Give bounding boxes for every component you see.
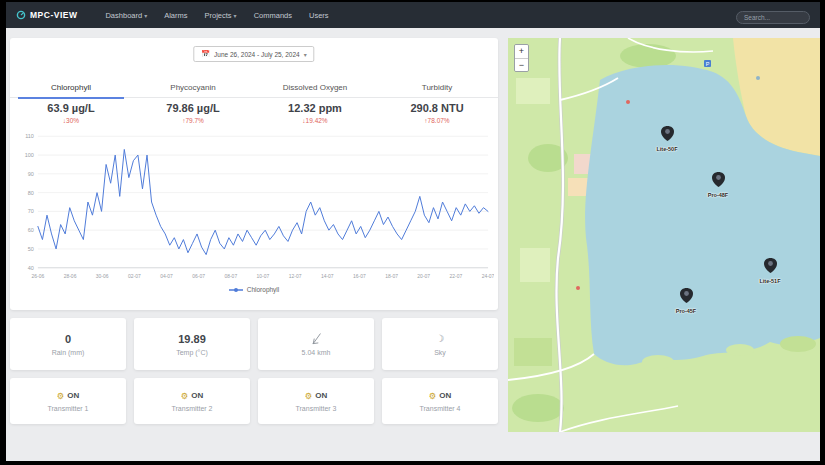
buoy-marker-lite-51f[interactable]: Lite-51F	[748, 258, 792, 284]
buoy-marker-pro-45f[interactable]: Pro-45F	[664, 288, 708, 314]
rain-card: 0 Rain (mm)	[10, 318, 126, 370]
wind-label: 5.04 kmh	[302, 349, 331, 356]
transmitter-label: Transmitter 2	[172, 405, 213, 412]
tab-chlorophyll[interactable]: Chlorophyll	[10, 78, 132, 98]
time-series-chart: 40506070809010011026-0628-0630-0602-0704…	[14, 130, 494, 282]
svg-text:04-07: 04-07	[160, 274, 173, 279]
date-range-picker[interactable]: 📅 June 26, 2024 - July 25, 2024 ▾	[193, 46, 314, 62]
transmitter-label: Transmitter 4	[420, 405, 461, 412]
nav-item-projects[interactable]: Projects ▾	[205, 11, 237, 20]
svg-text:70: 70	[28, 208, 34, 214]
map-canvas: P	[508, 38, 820, 432]
metric-turbidity: 290.8 NTU ↑78.07%	[376, 102, 498, 124]
tab-dissolved-oxygen[interactable]: Dissolved Oxygen	[254, 78, 376, 98]
metric-dissolved-oxygen: 12.32 ppm ↓19.42%	[254, 102, 376, 124]
brand[interactable]: MPC-VIEW	[16, 10, 77, 20]
transmitter-status: ⚙ ON	[305, 391, 328, 401]
svg-text:30-06: 30-06	[96, 274, 109, 279]
zoom-out-button[interactable]: −	[515, 58, 528, 71]
gear-icon: ⚙	[181, 391, 189, 401]
calendar-icon: 📅	[201, 50, 210, 58]
metric-value: 290.8 NTU	[376, 102, 498, 114]
chevron-down-icon: ▾	[234, 12, 237, 19]
metric-values: 63.9 µg/L ↓30% 79.86 µg/L ↑79.7% 12.32 p…	[10, 102, 498, 124]
metric-tabs: Chlorophyll Phycocyanin Dissolved Oxygen…	[10, 78, 498, 98]
svg-text:22-07: 22-07	[450, 274, 463, 279]
svg-text:20-07: 20-07	[417, 274, 430, 279]
metric-value: 79.86 µg/L	[132, 102, 254, 114]
nav-item-label: Alarms	[164, 11, 187, 20]
buoy-marker-lite-50f[interactable]: Lite-50F	[645, 126, 689, 152]
svg-text:60: 60	[28, 227, 34, 233]
buoy-label: Lite-50F	[645, 146, 689, 152]
map-zoom-control: + −	[514, 44, 529, 72]
tab-phycocyanin[interactable]: Phycocyanin	[132, 78, 254, 98]
svg-text:100: 100	[25, 152, 34, 158]
sky-card: ☽ Sky	[382, 318, 498, 370]
svg-text:08-07: 08-07	[224, 274, 237, 279]
gear-icon: ⚙	[429, 391, 437, 401]
svg-text:06-07: 06-07	[192, 274, 205, 279]
svg-text:P: P	[706, 61, 710, 67]
buoy-icon	[680, 288, 693, 303]
buoy-marker-pro-48f[interactable]: Pro-48F	[696, 172, 740, 198]
metric-delta: ↓19.42%	[254, 117, 376, 124]
svg-text:110: 110	[25, 133, 34, 139]
tab-turbidity[interactable]: Turbidity	[376, 78, 498, 98]
brand-name: MPC-VIEW	[30, 10, 77, 20]
svg-text:10-07: 10-07	[257, 274, 270, 279]
metric-delta: ↑78.07%	[376, 117, 498, 124]
svg-text:80: 80	[28, 190, 34, 196]
svg-text:28-06: 28-06	[64, 274, 77, 279]
chart-canvas: 40506070809010011026-0628-0630-0602-0704…	[14, 130, 494, 282]
top-navbar: MPC-VIEW Dashboard ▾ Alarms Projects ▾ C…	[6, 2, 820, 28]
gear-icon: ⚙	[305, 391, 313, 401]
transmitter-status-text: ON	[439, 391, 451, 400]
nav-item-label: Dashboard	[105, 11, 142, 20]
svg-text:50: 50	[28, 246, 34, 252]
svg-text:18-07: 18-07	[385, 274, 398, 279]
svg-text:40: 40	[28, 265, 34, 271]
buoy-label: Pro-48F	[696, 192, 740, 198]
map-panel[interactable]: P + − Lite-50F Pro-48F	[508, 38, 820, 432]
metric-phycocyanin: 79.86 µg/L ↑79.7%	[132, 102, 254, 124]
nav-item-dashboard[interactable]: Dashboard ▾	[105, 11, 147, 20]
transmitter-4-card: ⚙ ON Transmitter 4	[382, 378, 498, 424]
temp-card: 19.89 Temp (°C)	[134, 318, 250, 370]
transmitter-status: ⚙ ON	[429, 391, 452, 401]
buoy-icon	[764, 258, 777, 273]
metric-value: 12.32 ppm	[254, 102, 376, 114]
chevron-down-icon: ▾	[144, 12, 147, 19]
nav-item-alarms[interactable]: Alarms	[164, 11, 187, 20]
buoy-icon	[712, 172, 725, 187]
svg-text:24-07: 24-07	[482, 274, 494, 279]
nav-item-label: Commands	[254, 11, 292, 20]
transmitter-status: ⚙ ON	[181, 391, 204, 401]
search-input[interactable]	[736, 11, 810, 24]
date-range-label: June 26, 2024 - July 25, 2024	[214, 51, 300, 58]
temp-value: 19.89	[178, 333, 206, 345]
app-window: MPC-VIEW Dashboard ▾ Alarms Projects ▾ C…	[6, 2, 820, 461]
legend-line-icon	[229, 287, 243, 293]
nav-item-commands[interactable]: Commands	[254, 11, 292, 20]
svg-text:16-07: 16-07	[353, 274, 366, 279]
chevron-down-icon: ▾	[304, 51, 307, 58]
wind-card: 5.04 kmh	[258, 318, 374, 370]
zoom-in-button[interactable]: +	[515, 45, 528, 58]
chart-legend-chlorophyll[interactable]: Chlorophyll	[10, 286, 498, 293]
temp-label: Temp (°C)	[176, 349, 208, 356]
svg-text:12-07: 12-07	[289, 274, 302, 279]
sky-label: Sky	[434, 349, 446, 356]
moon-icon: ☽	[436, 332, 445, 345]
nav-item-users[interactable]: Users	[309, 11, 329, 20]
transmitter-label: Transmitter 1	[48, 405, 89, 412]
metric-chlorophyll: 63.9 µg/L ↓30%	[10, 102, 132, 124]
buoy-icon	[661, 126, 674, 141]
weather-cards: 0 Rain (mm) 19.89 Temp (°C) 5.04 kmh ☽ S…	[10, 318, 498, 370]
buoy-label: Pro-45F	[664, 308, 708, 314]
wind-arrow-icon	[310, 332, 323, 345]
gear-icon: ⚙	[57, 391, 65, 401]
nav-item-label: Projects	[205, 11, 232, 20]
transmitter-cards: ⚙ ON Transmitter 1 ⚙ ON Transmitter 2 ⚙ …	[10, 378, 498, 424]
search-box	[736, 6, 810, 24]
